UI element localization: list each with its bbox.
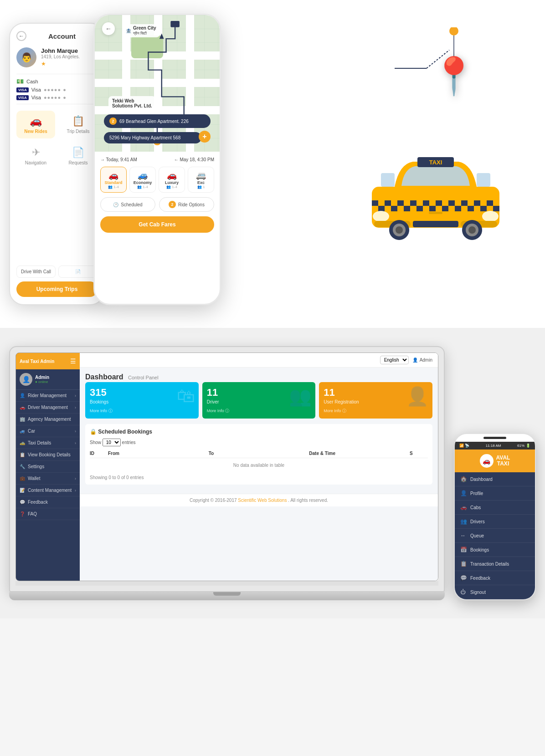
ride-options-btn[interactable]: 2 Ride Options bbox=[159, 197, 214, 212]
rider-mgmt-label: Rider Management bbox=[28, 393, 67, 398]
cabs-nav-label: Cabs bbox=[470, 505, 481, 510]
svg-rect-22 bbox=[487, 200, 493, 206]
svg-rect-15 bbox=[397, 200, 404, 206]
mobile-notch bbox=[483, 437, 506, 439]
stat-card-registration: 👤 11 User Registration More Info ⓘ bbox=[319, 382, 432, 419]
visa1-badge: VISA bbox=[16, 87, 29, 92]
sidebar-item-car[interactable]: 🚙 Car › bbox=[16, 425, 80, 437]
menu-navigation[interactable]: ✈ Navigation bbox=[16, 142, 55, 170]
mobile-nav-signout[interactable]: ⏻ Signout bbox=[455, 585, 535, 599]
bookings-icon: 📅 bbox=[460, 547, 467, 553]
show-entries-row: Show 10 entries bbox=[90, 439, 428, 446]
admin-ui: Aval Taxi Admin ☰ 👤 Admin ● online bbox=[16, 353, 438, 581]
sidebar-item-driver-management[interactable]: 🚗 Driver Management › bbox=[16, 402, 80, 414]
svg-rect-30 bbox=[468, 206, 474, 211]
document-btn[interactable]: 📄 bbox=[58, 266, 98, 278]
mobile-nav-cabs[interactable]: 🚗 Cabs bbox=[455, 501, 535, 515]
sidebar-item-taxi-details[interactable]: 🚕 Taxi Details › bbox=[16, 437, 80, 449]
sidebar-item-settings[interactable]: 🔧 Settings bbox=[16, 461, 80, 473]
arrow-icon6: › bbox=[75, 488, 76, 493]
scheduled-btn[interactable]: 🕐 Scheduled bbox=[100, 197, 155, 212]
hamburger-icon[interactable]: ☰ bbox=[70, 358, 76, 365]
mobile-logo-text: AVAL TAXI bbox=[496, 455, 510, 467]
address-bar1: 2 69 Bearhead Glen Apartment. 226 bbox=[104, 114, 211, 128]
bookings-more[interactable]: More Info ⓘ bbox=[90, 408, 194, 414]
stat-card-driver: 👥 11 Driver More Info ⓘ bbox=[202, 382, 316, 419]
sidebar-item-rider-management[interactable]: 👤 Rider Management › bbox=[16, 390, 80, 402]
map-back-button[interactable]: ← bbox=[102, 22, 115, 35]
content-icon: 📝 bbox=[20, 488, 25, 493]
svg-rect-25 bbox=[404, 206, 410, 211]
ride-type-luxury[interactable]: 🚗 Luxury 👥 1-4 bbox=[159, 167, 185, 193]
sidebar-brand: Aval Taxi Admin ☰ bbox=[16, 353, 80, 369]
sidebar-item-faq[interactable]: ❓ FAQ bbox=[16, 508, 80, 520]
phone2-map: ← 🏦 Green Cityग्रीन सिटी Tekki WebSoluti… bbox=[93, 14, 221, 305]
mobile-nav-bookings[interactable]: 📅 Bookings bbox=[455, 543, 535, 557]
svg-rect-14 bbox=[385, 200, 391, 206]
svg-point-6 bbox=[449, 27, 458, 36]
requests-label: Requests bbox=[68, 160, 87, 165]
sidebar-item-booking-details[interactable]: 📋 View Booking Details bbox=[16, 449, 80, 461]
time-left: → Today, 9:41 AM bbox=[100, 157, 137, 162]
menu-new-rides[interactable]: 🚗 New Rides bbox=[16, 111, 55, 138]
trip-details-label: Trip Details bbox=[67, 129, 89, 134]
battery-label: 61% bbox=[517, 444, 524, 448]
economy-icon: 🚙 bbox=[132, 170, 154, 180]
rider-mgmt-icon: 👤 bbox=[20, 393, 25, 398]
entries-select[interactable]: 10 bbox=[103, 439, 121, 446]
svg-rect-21 bbox=[474, 200, 480, 206]
battery-icon: 🔋 bbox=[526, 444, 530, 448]
language-select[interactable]: English bbox=[380, 356, 409, 364]
cash-payment: 💵 Cash bbox=[16, 78, 98, 85]
sidebar-item-wallet[interactable]: 💼 Wallet › bbox=[16, 473, 80, 485]
svg-point-33 bbox=[373, 211, 389, 222]
queue-nav-label: Queue bbox=[470, 533, 484, 538]
admin-label: Admin bbox=[420, 358, 432, 363]
laptop-notch bbox=[213, 592, 241, 596]
ride-type-standard[interactable]: 🚗 Standard 👥 1-4 bbox=[100, 167, 127, 193]
registration-more[interactable]: More Info ⓘ bbox=[324, 408, 428, 414]
add-address-btn[interactable]: + bbox=[199, 131, 211, 143]
sidebar-item-content-management[interactable]: 📝 Content Management › bbox=[16, 485, 80, 496]
mobile-nav: 🏠 Dashboard 👤 Profile 🚗 Cabs 👥 Drivers ↔… bbox=[455, 472, 535, 599]
menu-requests[interactable]: 📄 Requests bbox=[59, 142, 98, 170]
sidebar-item-feedback[interactable]: 💬 Feedback bbox=[16, 496, 80, 508]
svg-rect-24 bbox=[391, 206, 397, 211]
ride-type-exc[interactable]: 🚐 Exc 👥 1 bbox=[188, 167, 214, 193]
mobile-nav-drivers[interactable]: 👥 Drivers bbox=[455, 515, 535, 529]
mobile-nav-feedback[interactable]: 💬 Feedback bbox=[455, 571, 535, 585]
feedback-icon: 💬 bbox=[20, 500, 25, 505]
col-datetime: Date & Time bbox=[309, 451, 410, 456]
admin-name: Admin bbox=[35, 375, 49, 380]
signal-icons: 📶 📡 bbox=[459, 444, 469, 448]
mobile-nav-dashboard[interactable]: 🏠 Dashboard bbox=[455, 472, 535, 486]
sidebar-item-agency-management[interactable]: 🏢 Agency Management bbox=[16, 414, 80, 425]
admin-topbar: English 👤 Admin bbox=[80, 353, 438, 368]
new-rides-label: New Rides bbox=[24, 129, 47, 134]
stat-card-bookings: 🛍 315 Bookings More Info ⓘ bbox=[85, 382, 199, 419]
phone1-back-button[interactable]: ← bbox=[16, 31, 26, 41]
svg-rect-9 bbox=[477, 173, 490, 187]
svg-point-43 bbox=[468, 226, 476, 234]
laptop-wrap: Aval Taxi Admin ☰ 👤 Admin ● online bbox=[9, 346, 445, 600]
agency-mgmt-label: Agency Management bbox=[28, 417, 71, 422]
ride-type-economy[interactable]: 🚙 Economy 👥 1-4 bbox=[129, 167, 156, 193]
mobile-nav-queue[interactable]: ↔ Queue bbox=[455, 529, 535, 543]
mobile-nav-profile[interactable]: 👤 Profile bbox=[455, 486, 535, 501]
copyright-link[interactable]: Scientific Web Solutions bbox=[238, 498, 287, 503]
svg-rect-18 bbox=[436, 200, 442, 206]
col-status: S bbox=[410, 451, 428, 456]
admin-sidebar: Aval Taxi Admin ☰ 👤 Admin ● online bbox=[16, 353, 80, 581]
upcoming-trips-btn[interactable]: Upcoming Trips bbox=[16, 281, 98, 297]
clock-icon: 🕐 bbox=[113, 202, 118, 207]
admin-profile-row: 👤 Admin ● online bbox=[16, 369, 80, 390]
mobile-nav-transaction[interactable]: 📋 Transaction Details bbox=[455, 557, 535, 571]
menu-trip-details[interactable]: 📋 Trip Details bbox=[59, 111, 98, 138]
arrow-icon5: › bbox=[75, 476, 76, 481]
driver-more[interactable]: More Info ⓘ bbox=[207, 408, 311, 414]
drive-with-call-btn[interactable]: Drive With Call bbox=[16, 266, 56, 278]
people-icon: 👥 bbox=[289, 386, 312, 407]
get-fares-btn[interactable]: Get Cab Fares bbox=[100, 216, 214, 233]
col-id: ID bbox=[90, 451, 108, 456]
bookings-nav-label: Bookings bbox=[470, 547, 489, 552]
